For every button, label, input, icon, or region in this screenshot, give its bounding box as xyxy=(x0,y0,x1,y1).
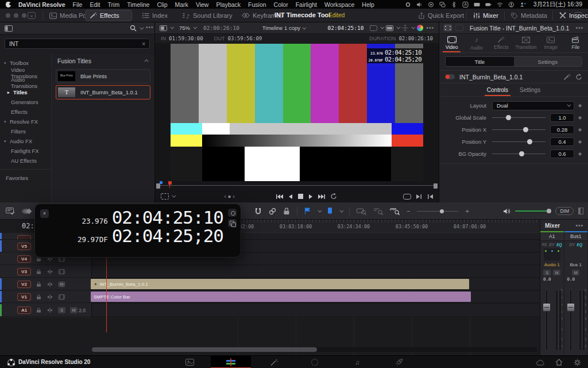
toolbar-toggle-icon[interactable]: ⌄ xyxy=(28,12,36,19)
transform-chevron-icon[interactable] xyxy=(412,25,416,29)
menu-clip[interactable]: Clip xyxy=(157,1,167,8)
menu-edit[interactable]: Edit xyxy=(90,1,100,8)
menu-mark[interactable]: Mark xyxy=(175,1,188,8)
scrub-marker-icon[interactable] xyxy=(160,181,163,184)
wifi-icon[interactable] xyxy=(497,2,503,7)
keyframe-diamond-icon[interactable]: ◆ xyxy=(574,151,586,156)
auto-select-icon[interactable] xyxy=(47,294,53,300)
clip-smpte-color-bar[interactable]: SMPTE Color Bar xyxy=(91,292,471,302)
zoom-window-icon[interactable] xyxy=(22,13,26,18)
marker-chevron-icon[interactable] xyxy=(339,208,343,212)
viewer-stage[interactable]: 23.97602:04:25:10 29.97DF02:04:25;20 xyxy=(155,44,439,181)
keyframe-diamond-icon[interactable]: ◆ xyxy=(574,127,586,132)
viewer-mode-chevron-icon[interactable] xyxy=(170,25,174,29)
app-menu[interactable]: DaVinci Resolve xyxy=(18,1,65,8)
gear-icon[interactable] xyxy=(405,2,411,7)
track-button[interactable]: A1 xyxy=(17,306,31,314)
search-options-chevron-icon[interactable] xyxy=(140,26,144,30)
fusion-titles-header[interactable]: Fusion Titles xyxy=(52,54,154,67)
lock-icon[interactable] xyxy=(36,308,41,313)
go-to-start-icon[interactable] xyxy=(276,194,283,200)
panel-toggle-icon[interactable]: ⌄ xyxy=(574,12,582,19)
scrub-left-handle[interactable] xyxy=(156,183,160,189)
timeline-zoom-slider[interactable] xyxy=(417,211,458,212)
menu-help[interactable]: Help xyxy=(362,1,374,8)
output-blanking-icon[interactable] xyxy=(386,25,393,31)
tree-audio-fx[interactable]: ▾Audio FX xyxy=(0,136,51,146)
viewer-options-icon[interactable]: ••• xyxy=(426,25,434,31)
fader-knob[interactable] xyxy=(567,303,575,312)
fusion-page-button[interactable] xyxy=(265,356,283,368)
library-search-input[interactable]: INT × xyxy=(5,39,150,49)
match-frame-icon[interactable] xyxy=(403,194,411,200)
output-blanking-chevron-icon[interactable] xyxy=(397,25,401,29)
clip-int-burnin[interactable]: ✦ INT_BurnIn_Beta_1.0.1 xyxy=(91,279,469,289)
eq-badge[interactable]: EQ xyxy=(556,243,562,247)
cloud-icon[interactable] xyxy=(532,356,549,368)
position-x-value[interactable]: 0.28 xyxy=(550,125,574,134)
go-to-end-icon[interactable] xyxy=(318,194,325,200)
menu-trim[interactable]: Trim xyxy=(108,1,120,8)
pan-pad[interactable] xyxy=(544,248,560,260)
index-button[interactable]: Index xyxy=(142,9,168,22)
screen-mirroring-icon[interactable] xyxy=(439,2,446,7)
layout-select[interactable]: Dual xyxy=(492,101,574,110)
scrub-playhead[interactable] xyxy=(168,181,172,185)
position-y-slider[interactable] xyxy=(492,136,546,148)
menu-file[interactable]: File xyxy=(73,1,83,8)
mute-button[interactable]: M xyxy=(572,270,579,275)
inspector-options-icon[interactable]: ••• xyxy=(575,25,583,31)
track-button[interactable]: V4 xyxy=(17,255,31,263)
speaker-icon[interactable] xyxy=(503,208,510,214)
channel-id[interactable]: Bus1 xyxy=(564,232,588,241)
viewer-current-timecode[interactable]: 02:04:25:10 xyxy=(328,25,364,31)
channel-id[interactable]: A1 xyxy=(540,232,564,241)
auto-select-icon[interactable] xyxy=(47,269,53,274)
menu-color[interactable]: Color xyxy=(274,1,288,8)
quick-export-button[interactable]: Quick Export xyxy=(418,9,464,22)
play-icon[interactable] xyxy=(308,194,313,200)
lock-icon[interactable] xyxy=(36,282,41,287)
position-lock-icon[interactable] xyxy=(283,208,290,215)
eq-badge[interactable]: EQ xyxy=(577,243,582,247)
timeline-scrollbar[interactable] xyxy=(92,347,537,352)
clip-color-icon[interactable] xyxy=(59,294,65,300)
tab-audio[interactable]: ♪ Audio xyxy=(464,34,489,52)
timecode-tool-window[interactable]: × 23.976 02:04:25:10 29.97DF 02:04:25;20 xyxy=(34,204,241,258)
global-scale-value[interactable]: 1.0 xyxy=(550,113,574,122)
stop-icon[interactable] xyxy=(298,194,303,199)
zoom-out-icon[interactable]: − xyxy=(407,208,410,214)
track-lane-v3[interactable] xyxy=(92,266,540,278)
close-window-icon[interactable] xyxy=(6,13,10,18)
settings-gear-icon[interactable] xyxy=(568,356,586,368)
monitor-volume-slider[interactable] xyxy=(515,210,551,212)
effects-button[interactable]: Effects xyxy=(90,9,119,22)
solo-button[interactable]: S xyxy=(543,270,551,275)
tab-controls[interactable]: Controls xyxy=(487,83,508,96)
color-page-button[interactable] xyxy=(306,356,323,368)
zoom-chevron-icon[interactable] xyxy=(193,25,197,29)
tab-file[interactable]: File xyxy=(563,34,588,52)
apple-menu-icon[interactable] xyxy=(6,2,11,7)
lock-icon[interactable] xyxy=(36,269,41,274)
in-timecode[interactable]: 01:59:30:00 xyxy=(169,36,203,41)
out-timecode[interactable]: 03:59:56:09 xyxy=(228,36,262,41)
flag-chevron-icon[interactable] xyxy=(318,208,322,212)
viewer-zoom-level[interactable]: 75% xyxy=(179,25,190,31)
play-from-in-icon[interactable] xyxy=(427,194,433,200)
dynamics-badge[interactable]: DY xyxy=(549,243,554,247)
input-source-icon[interactable]: A xyxy=(462,2,469,7)
track-lane-a1[interactable] xyxy=(92,304,540,317)
loop-icon[interactable] xyxy=(330,193,337,200)
mixer-button[interactable]: Mixer xyxy=(473,9,498,22)
track-button[interactable]: V3 xyxy=(17,268,31,275)
scrub-right-handle[interactable] xyxy=(434,183,438,189)
keyframe-diamond-icon[interactable]: ◆ xyxy=(574,103,586,108)
title-item-int-burnin[interactable]: T INT_BurnIn_Beta_1.0.1 xyxy=(56,85,150,99)
inspector-button[interactable]: Inspector xyxy=(559,9,588,22)
track-header-v2[interactable]: V2 xyxy=(0,278,91,290)
tree-titles[interactable]: ▸Titles xyxy=(0,87,51,97)
tab-effects[interactable]: Effects xyxy=(489,34,513,52)
linked-selection-icon[interactable] xyxy=(269,208,276,215)
viewer-region-icon[interactable] xyxy=(161,193,169,200)
